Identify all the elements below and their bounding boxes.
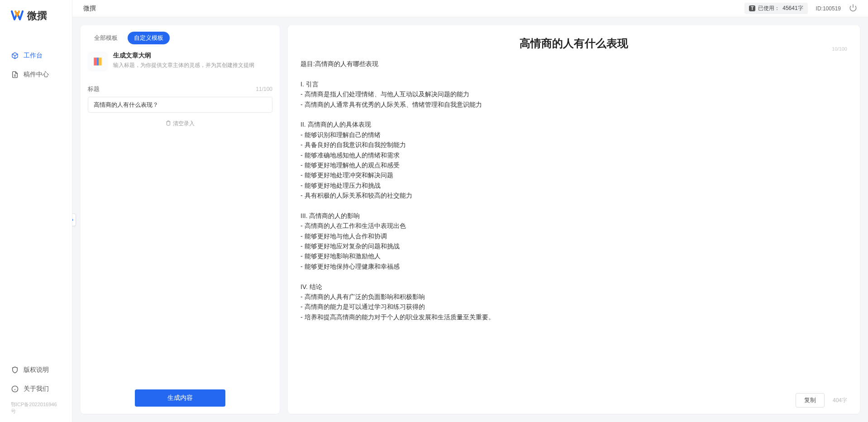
usage-value: 45641字 — [782, 5, 803, 12]
collapse-handle[interactable] — [72, 213, 76, 226]
usage-badge: T — [749, 5, 755, 11]
sidebar: 微撰 工作台 稿件中心 版权说明 — [0, 0, 72, 422]
nav-item-about[interactable]: 关于我们 — [0, 380, 72, 398]
template-desc: 输入标题，为你提供文章主体的灵感，并为其创建推文提纲 — [113, 62, 254, 69]
output-title-counter: 10/100 — [832, 46, 847, 52]
input-panel: 全部模板 自定义模板 生成文章大纲 输入标题，为你提供文章主体的灵感，并为其创建… — [81, 25, 280, 414]
logo[interactable]: 微撰 — [0, 0, 72, 32]
info-icon — [11, 385, 19, 393]
topbar-right: T 已使用：45641字 ID:100519 — [744, 3, 857, 14]
cube-icon — [11, 52, 19, 60]
clear-label: 清空录入 — [173, 120, 195, 128]
main: 微撰 T 已使用：45641字 ID:100519 全部模板 自定 — [72, 0, 868, 422]
output-body[interactable]: 题目:高情商的人有哪些表现 I. 引言 - 高情商是指人们处理情绪、与他人互动以… — [300, 59, 847, 389]
topbar: 微撰 T 已使用：45641字 ID:100519 — [72, 0, 868, 17]
title-input[interactable] — [88, 97, 272, 113]
nav-item-workbench[interactable]: 工作台 — [0, 47, 72, 64]
logo-icon — [11, 9, 24, 22]
title-label: 标题 — [88, 85, 100, 93]
tab-all-templates[interactable]: 全部模板 — [88, 32, 124, 44]
nav-label: 版权说明 — [24, 366, 49, 374]
nav: 工作台 稿件中心 — [0, 32, 72, 354]
content: 全部模板 自定义模板 生成文章大纲 输入标题，为你提供文章主体的灵感，并为其创建… — [72, 17, 868, 422]
logo-text: 微撰 — [27, 9, 47, 23]
field-block: 标题 11/100 — [81, 79, 280, 113]
usage-label: 已使用： — [758, 5, 780, 12]
title-counter: 11/100 — [256, 86, 272, 92]
nav-item-drafts[interactable]: 稿件中心 — [0, 66, 72, 83]
output-footer: 复制 404字 — [300, 389, 847, 408]
word-count: 404字 — [833, 397, 847, 404]
generate-button[interactable]: 生成内容 — [135, 389, 225, 407]
clear-button[interactable]: 清空录入 — [81, 113, 280, 135]
trash-icon — [166, 120, 171, 127]
power-icon[interactable] — [849, 4, 857, 14]
icp-text: 鄂ICP备2022016946号 — [0, 399, 72, 417]
nav-label: 工作台 — [24, 52, 43, 60]
page-title: 微撰 — [83, 5, 96, 13]
nav-label: 关于我们 — [24, 385, 49, 393]
nav-item-copyright[interactable]: 版权说明 — [0, 361, 72, 379]
user-id: ID:100519 — [816, 5, 841, 12]
tab-row: 全部模板 自定义模板 — [81, 25, 280, 49]
copy-button[interactable]: 复制 — [796, 393, 825, 408]
nav-label: 稿件中心 — [24, 71, 49, 79]
file-icon — [11, 71, 19, 79]
template-icon — [88, 52, 108, 71]
sidebar-bottom: 版权说明 关于我们 鄂ICP备2022016946号 — [0, 354, 72, 422]
template-title: 生成文章大纲 — [113, 52, 254, 60]
output-panel: 高情商的人有什么表现 10/100 题目:高情商的人有哪些表现 I. 引言 - … — [288, 25, 860, 414]
shield-icon — [11, 366, 19, 374]
usage-chip[interactable]: T 已使用：45641字 — [744, 3, 807, 14]
template-card: 生成文章大纲 输入标题，为你提供文章主体的灵感，并为其创建推文提纲 — [81, 49, 280, 79]
output-title[interactable]: 高情商的人有什么表现 — [300, 36, 847, 51]
tab-custom-templates[interactable]: 自定义模板 — [128, 32, 170, 44]
